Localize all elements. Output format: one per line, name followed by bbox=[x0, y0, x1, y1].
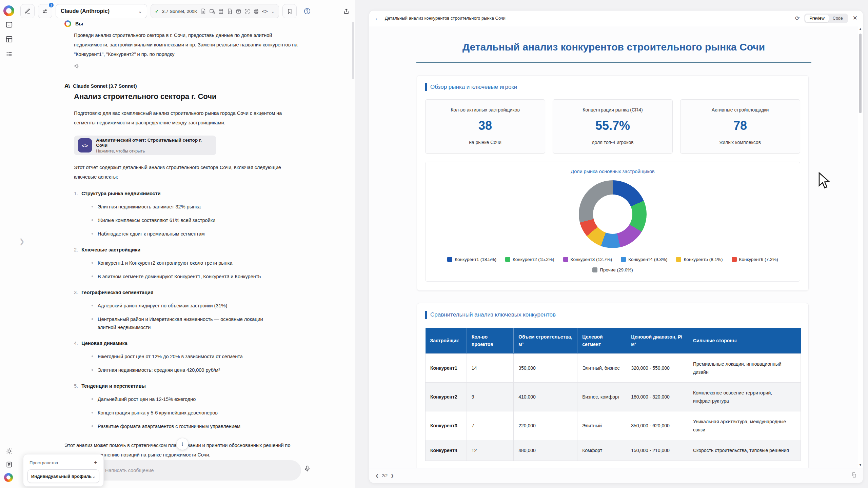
user-message: Вы Проведи анализ строительного сектора … bbox=[64, 20, 302, 70]
scrollbar-up-arrow[interactable]: ▲ bbox=[859, 27, 862, 30]
preview-code-toggle: Preview Code bbox=[804, 14, 848, 23]
list-item: Ценовая динамика Ежегодный рост цен от 1… bbox=[74, 340, 302, 374]
stat-sublabel: на рынке Сочи bbox=[429, 140, 541, 145]
table-row: Конкурент3 7 220,000 Элитный 350,000 - 6… bbox=[426, 411, 801, 440]
refresh-icon[interactable]: ⟳ bbox=[795, 15, 800, 21]
chart-title: Доли рынка основных застройщиков bbox=[426, 169, 800, 174]
list-item: Тенденции и перспективы Дальнейший рост … bbox=[74, 383, 302, 430]
list-item-title: Структура рынка недвижимости bbox=[74, 191, 161, 196]
speaker-icon[interactable] bbox=[74, 63, 302, 70]
model-badge: 3.7 Sonnet, 200K bbox=[162, 9, 197, 14]
panel-scrollbar[interactable]: ▲ ▼ bbox=[859, 27, 862, 467]
spaces-label: Пространства bbox=[29, 460, 58, 465]
user-message-text: Проведи анализ строительного сектора в г… bbox=[74, 30, 298, 59]
col-header: Сильные стороны bbox=[688, 328, 801, 354]
list-bullet: Конкурент1 и Конкурент2 контролируют око… bbox=[92, 259, 281, 267]
model-tools-pill[interactable]: ✓ 3.7 Sonnet, 200K <> ⌄ bbox=[151, 4, 279, 18]
cell: Бизнес, комфорт bbox=[577, 383, 626, 411]
cell: Элитный, бизнес bbox=[577, 354, 626, 383]
bookmark-button[interactable] bbox=[282, 4, 297, 18]
copy-icon[interactable] bbox=[851, 472, 857, 479]
prev-page-button[interactable]: ❮ bbox=[375, 473, 379, 478]
list-item: Географическая сегментация Адлерский рай… bbox=[74, 289, 302, 331]
list-bullet: Ежегодный рост цен от 12% до 20% в завис… bbox=[92, 352, 281, 361]
app-logo-bottom[interactable] bbox=[4, 473, 13, 482]
back-arrow-icon[interactable]: ← bbox=[375, 15, 380, 21]
message-list: Вы Проведи анализ строительного сектора … bbox=[64, 20, 302, 460]
file-doc-icon bbox=[200, 8, 206, 14]
code-icon: <> bbox=[262, 9, 268, 14]
cell: Конкурент4 bbox=[426, 440, 467, 461]
assistant-body-intro: Этот отчет содержит детальный анализ стр… bbox=[74, 163, 298, 182]
cell: 9 bbox=[467, 383, 513, 411]
list-item-title: Ценовая динамика bbox=[74, 341, 127, 346]
stat-label: Концентрация рынка (CR4) bbox=[556, 107, 669, 113]
panel-collapse-handle[interactable]: ❯ bbox=[19, 237, 25, 245]
app-logo[interactable] bbox=[3, 5, 14, 16]
col-header: Целевой сегмент bbox=[577, 328, 626, 354]
workspace-grid-icon[interactable] bbox=[5, 35, 14, 44]
stats-row: Кол-во активных застройщиков 38 на рынке… bbox=[425, 99, 800, 154]
file-archive-icon bbox=[236, 8, 241, 14]
cell: Конкурент3 bbox=[426, 411, 467, 440]
scroll-to-bottom-button[interactable]: ↓ bbox=[176, 438, 189, 450]
scrollbar-thumb[interactable] bbox=[859, 34, 862, 113]
list-bullet: Элитная недвижимость занимает 32% рынка bbox=[92, 203, 281, 211]
tab-preview[interactable]: Preview bbox=[805, 15, 828, 22]
share-button[interactable] bbox=[339, 4, 353, 18]
printer-icon bbox=[253, 8, 259, 14]
stat-card-cr4: Концентрация рынка (CR4) 55.7% доля топ-… bbox=[553, 99, 673, 154]
tab-code[interactable]: Code bbox=[829, 15, 847, 22]
help-button[interactable] bbox=[300, 4, 314, 18]
scrollbar-down-arrow[interactable]: ▼ bbox=[859, 464, 862, 467]
artifact-card[interactable]: <> Аналитический отчет: Строительный сек… bbox=[74, 136, 216, 155]
artifact-header-title: Детальный анализ конкурентов строительно… bbox=[385, 16, 506, 21]
cell: 14 bbox=[467, 354, 513, 383]
model-selector[interactable]: Claude (Anthropic) ⌄ bbox=[56, 4, 147, 18]
legend-swatch bbox=[592, 267, 597, 272]
legend-item: Конкурент5 (8.1%) bbox=[676, 257, 723, 262]
theme-sun-icon[interactable] bbox=[5, 447, 14, 455]
cell: Скорость строительства, типовые решения bbox=[688, 440, 801, 461]
anthropic-logo-icon: A\ bbox=[64, 83, 70, 89]
comparison-heading: Сравнительный анализ ключевых конкуренто… bbox=[430, 311, 556, 318]
chart-legend-row-2: Прочие (29.0%) bbox=[426, 267, 800, 272]
left-rail bbox=[0, 0, 19, 488]
cell: Комфорт bbox=[577, 440, 626, 461]
artifact-code-icon: <> bbox=[78, 138, 92, 152]
microphone-icon[interactable] bbox=[303, 465, 311, 474]
notes-icon[interactable] bbox=[5, 460, 14, 469]
add-space-button[interactable]: + bbox=[94, 459, 97, 466]
col-header: Кол-во проектов bbox=[467, 328, 513, 354]
list-item-title: Ключевые застройщики bbox=[74, 247, 140, 252]
chat-thread-icon[interactable] bbox=[5, 20, 14, 29]
cell: 350,000 - 620,000 bbox=[626, 411, 688, 440]
profile-selector[interactable]: Индивидуальный профиль ⌄ bbox=[27, 469, 99, 483]
list-bullet: Наблюдается сдвиг к премиальным сегмента… bbox=[92, 230, 281, 238]
artifact-footer: ❮ 2/2 ❯ bbox=[369, 468, 863, 483]
list-icon[interactable] bbox=[5, 50, 14, 59]
chevron-down-icon: ⌄ bbox=[92, 474, 96, 479]
settings-sliders-button[interactable]: 1 bbox=[38, 4, 52, 18]
report-title: Детальный анализ конкурентов строительно… bbox=[369, 41, 858, 53]
chat-scrollbar[interactable] bbox=[352, 22, 354, 79]
chevron-down-icon: ⌄ bbox=[138, 9, 142, 14]
artifact-card-title: Аналитический отчет: Строительный сектор… bbox=[96, 138, 212, 148]
next-page-button[interactable]: ❯ bbox=[390, 473, 394, 478]
list-item-title: Тенденции и перспективы bbox=[74, 383, 146, 389]
page-indicator: 2/2 bbox=[382, 473, 388, 478]
list-bullet: Развитие формата апартаментов с гостинич… bbox=[92, 422, 281, 430]
legend-item: Конкурент3 (12.7%) bbox=[563, 257, 612, 262]
new-chat-button[interactable] bbox=[20, 4, 35, 18]
stat-sublabel: жилых комплексов bbox=[684, 140, 796, 145]
legend-item: Конкурент4 (9.3%) bbox=[621, 257, 667, 262]
table-row: Конкурент2 9 410,000 Бизнес, комфорт 180… bbox=[426, 383, 801, 411]
settings-badge: 1 bbox=[48, 2, 54, 8]
assistant-name: Claude Sonnet (3.7 Sonnet) bbox=[73, 83, 137, 89]
list-bullet: Центральный район и Имеретинская низменн… bbox=[92, 315, 281, 331]
chevron-down-icon: ⌄ bbox=[271, 9, 275, 14]
close-icon[interactable]: ✕ bbox=[853, 15, 857, 22]
message-input[interactable] bbox=[105, 468, 293, 473]
competitors-table: Застройщик Кол-во проектов Объем строите… bbox=[425, 328, 801, 461]
stat-value: 78 bbox=[684, 119, 796, 133]
